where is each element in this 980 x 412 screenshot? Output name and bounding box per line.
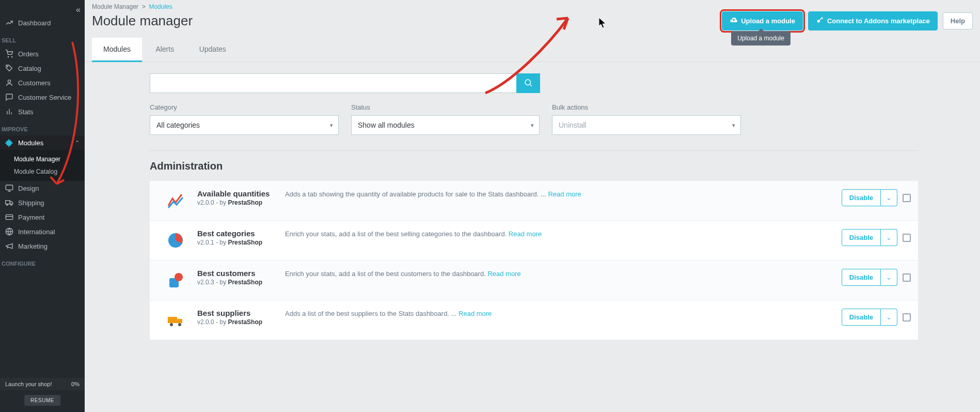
sidebar-item-label: International xyxy=(18,228,55,236)
launch-text: Launch your shop! xyxy=(5,381,52,387)
svg-point-25 xyxy=(170,323,173,326)
svg-rect-24 xyxy=(177,319,182,323)
sidebar-section-sell: SELL xyxy=(0,30,85,47)
search-button[interactable] xyxy=(516,73,540,93)
breadcrumb: Module Manager > Modules xyxy=(92,3,973,10)
user-icon xyxy=(5,79,13,87)
module-checkbox[interactable] xyxy=(903,313,911,322)
search-row xyxy=(150,73,918,93)
sidebar-subitem-module-manager[interactable]: Module Manager xyxy=(0,153,85,165)
action-dropdown-button[interactable]: ⌄ xyxy=(881,229,897,246)
help-button[interactable]: Help xyxy=(943,12,973,29)
chevron-down-icon: ⌄ xyxy=(886,273,892,281)
sidebar: « Dashboard SELL Orders Catalog Customer… xyxy=(0,0,85,412)
svg-point-12 xyxy=(11,204,12,206)
action-dropdown-button[interactable]: ⌄ xyxy=(881,269,897,286)
bars-icon xyxy=(5,108,13,116)
module-icon xyxy=(164,309,187,331)
search-icon xyxy=(524,78,533,89)
sidebar-subitem-module-catalog[interactable]: Module Catalog xyxy=(0,165,85,178)
puzzle-icon xyxy=(5,139,13,147)
launch-bar[interactable]: Launch your shop! 0% xyxy=(0,378,85,390)
sidebar-item-dashboard[interactable]: Dashboard xyxy=(0,16,85,30)
svg-point-2 xyxy=(7,66,8,67)
upload-tooltip: Upload a module xyxy=(731,31,791,45)
read-more-link[interactable]: Read more xyxy=(548,190,581,198)
sidebar-item-orders[interactable]: Orders xyxy=(0,47,85,61)
module-meta: v2.0.0 - by PrestaShop xyxy=(197,318,275,326)
search-input[interactable] xyxy=(150,73,516,93)
breadcrumb-leaf[interactable]: Modules xyxy=(149,3,172,10)
sidebar-collapse-icon[interactable]: « xyxy=(76,5,81,14)
tab-alerts[interactable]: Alerts xyxy=(144,38,185,60)
action-dropdown-button[interactable]: ⌄ xyxy=(881,309,897,326)
disable-button[interactable]: Disable xyxy=(842,189,881,206)
read-more-link[interactable]: Read more xyxy=(459,310,492,317)
action-dropdown-button[interactable]: ⌄ xyxy=(881,189,897,206)
module-description: Enrich your stats, add a list of the bes… xyxy=(285,269,818,278)
module-checkbox[interactable] xyxy=(903,273,911,282)
tab-updates[interactable]: Updates xyxy=(188,38,238,60)
header-button-row: Upload a module Upload a module Connect … xyxy=(722,11,973,30)
module-row: Best customers v2.0.3 - by PrestaShop En… xyxy=(150,260,918,300)
filter-category-select[interactable]: All categories ▾ xyxy=(150,115,339,135)
disable-button[interactable]: Disable xyxy=(842,229,881,246)
resume-button[interactable]: RESUME xyxy=(24,395,60,406)
module-title: Best customers xyxy=(197,269,275,278)
sidebar-item-customer-service[interactable]: Customer Service xyxy=(0,90,85,104)
chevron-down-icon: ⌄ xyxy=(886,194,892,202)
sidebar-item-catalog[interactable]: Catalog xyxy=(0,61,85,75)
chevron-down-icon: ▾ xyxy=(732,122,735,129)
svg-rect-10 xyxy=(6,201,10,204)
sidebar-item-customers[interactable]: Customers xyxy=(0,75,85,90)
breadcrumb-bar: Module Manager > Modules xyxy=(85,0,980,10)
filter-bulk-label: Bulk actions xyxy=(552,103,741,111)
key-icon xyxy=(816,16,824,26)
tag-icon xyxy=(5,64,13,72)
svg-rect-7 xyxy=(6,185,12,190)
disable-button[interactable]: Disable xyxy=(842,309,881,326)
module-checkbox[interactable] xyxy=(903,194,911,202)
connect-addons-button[interactable]: Connect to Addons marketplace xyxy=(808,11,938,30)
sidebar-submenu-modules: Module Manager Module Catalog xyxy=(0,150,85,181)
module-icon xyxy=(164,189,187,212)
sidebar-item-label: Catalog xyxy=(18,65,41,72)
filter-status-value: Show all modules xyxy=(358,121,415,129)
breadcrumb-sep: > xyxy=(142,3,146,10)
sidebar-item-stats[interactable]: Stats xyxy=(0,104,85,119)
filter-category-value: All categories xyxy=(156,121,200,129)
chevron-down-icon: ⌄ xyxy=(886,313,892,321)
sidebar-item-payment[interactable]: Payment xyxy=(0,210,85,224)
filter-status-select[interactable]: Show all modules ▾ xyxy=(351,115,540,135)
trend-icon xyxy=(5,19,13,27)
read-more-link[interactable]: Read more xyxy=(509,230,542,238)
sidebar-item-international[interactable]: International xyxy=(0,224,85,239)
sidebar-item-modules[interactable]: Modules ⌃ xyxy=(0,135,85,150)
sidebar-item-shipping[interactable]: Shipping xyxy=(0,195,85,210)
module-title: Best suppliers xyxy=(197,309,275,317)
sidebar-item-label: Dashboard xyxy=(18,19,51,27)
upload-module-button[interactable]: Upload a module xyxy=(722,11,803,30)
sidebar-item-label: Shipping xyxy=(18,199,44,207)
sidebar-item-design[interactable]: Design xyxy=(0,181,85,195)
module-title: Best categories xyxy=(197,229,275,238)
module-row: Available quantities v2.0.0 - by PrestaS… xyxy=(150,180,918,220)
sidebar-item-label: Orders xyxy=(18,50,39,58)
card-icon xyxy=(5,213,13,221)
module-checkbox[interactable] xyxy=(903,234,911,242)
svg-point-17 xyxy=(817,20,820,22)
sidebar-item-label: Design xyxy=(18,185,39,192)
module-icon xyxy=(164,229,187,252)
module-row: Best categories v2.0.1 - by PrestaShop E… xyxy=(150,220,918,260)
module-list: Available quantities v2.0.0 - by PrestaS… xyxy=(150,180,918,340)
tab-modules[interactable]: Modules xyxy=(92,38,142,62)
read-more-link[interactable]: Read more xyxy=(487,270,520,278)
svg-point-0 xyxy=(8,56,8,57)
sidebar-item-marketing[interactable]: Marketing xyxy=(0,239,85,253)
disable-button[interactable]: Disable xyxy=(842,269,881,286)
svg-point-18 xyxy=(525,80,531,85)
filter-bulk-select[interactable]: Uninstall ▾ xyxy=(552,115,741,135)
chevron-down-icon: ▾ xyxy=(330,122,333,129)
svg-line-19 xyxy=(530,84,531,86)
monitor-icon xyxy=(5,184,13,192)
